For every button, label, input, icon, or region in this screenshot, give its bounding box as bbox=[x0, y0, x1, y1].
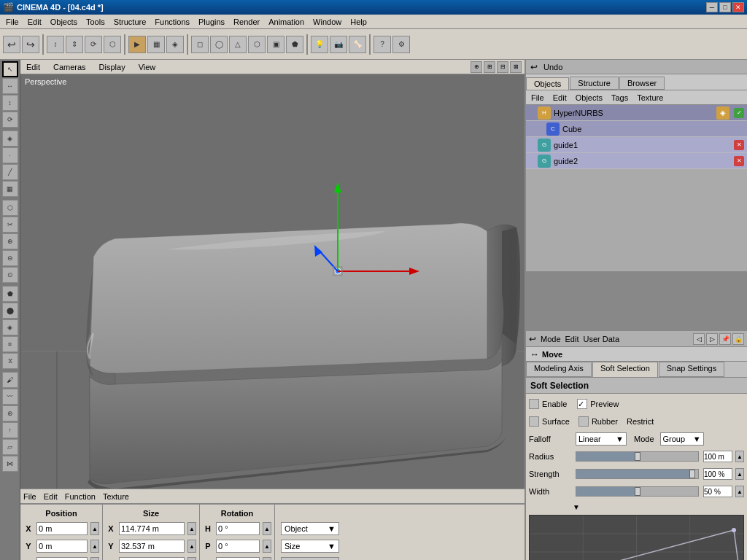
scale-tool[interactable]: ⇕ bbox=[66, 36, 83, 53]
bevel-button[interactable]: ◈ bbox=[2, 319, 18, 335]
hypernurbs-tag[interactable]: ◈ bbox=[716, 106, 729, 120]
light-tool[interactable]: 💡 bbox=[311, 36, 328, 53]
plane-tool[interactable]: ▣ bbox=[267, 36, 285, 53]
minimize-button[interactable]: ─ bbox=[706, 2, 718, 12]
list-item-hypernurbs[interactable]: H HyperNURBS ◈ ✓ bbox=[526, 105, 747, 121]
apply-button[interactable]: Apply bbox=[281, 557, 339, 560]
menu-animation[interactable]: Animation bbox=[264, 16, 309, 28]
rot-p-input[interactable] bbox=[216, 540, 260, 553]
list-item-guide1[interactable]: G guide1 ✕ bbox=[526, 137, 747, 153]
size-x-input[interactable] bbox=[119, 522, 185, 535]
viewport-view-menu[interactable]: View bbox=[136, 62, 159, 72]
size-z-spin[interactable]: ▲ bbox=[187, 557, 196, 560]
move-tool[interactable]: ↕ bbox=[47, 36, 64, 53]
mirror-button[interactable]: ⊖ bbox=[2, 250, 18, 266]
attr-pin-button[interactable]: 📌 bbox=[719, 333, 731, 345]
strength-spin[interactable]: ▲ bbox=[735, 468, 744, 480]
pos-z-spin[interactable]: ▲ bbox=[90, 557, 99, 560]
bottom-edit-menu[interactable]: Edit bbox=[44, 492, 58, 501]
tab-objects[interactable]: Objects bbox=[526, 77, 569, 90]
size-y-spin[interactable]: ▲ bbox=[187, 540, 196, 553]
tab-modeling-axis[interactable]: Modeling Axis bbox=[526, 362, 592, 377]
viewport-icon-1[interactable]: ⊕ bbox=[471, 61, 482, 73]
pos-y-spin[interactable]: ▲ bbox=[90, 540, 99, 553]
edge-mode-button[interactable]: ╱ bbox=[2, 164, 18, 180]
guide2-x[interactable]: ✕ bbox=[734, 156, 744, 166]
attr-lock-button[interactable]: 🔒 bbox=[732, 333, 744, 345]
redo-button[interactable]: ↪ bbox=[22, 36, 39, 53]
viewport-icon-3[interactable]: ⊟ bbox=[497, 61, 508, 73]
pinch-button[interactable]: ⋈ bbox=[2, 456, 18, 472]
knife-button[interactable]: ✂ bbox=[2, 217, 18, 233]
attr-back-button[interactable]: ◁ bbox=[693, 333, 705, 345]
rotate-tool[interactable]: ⟳ bbox=[85, 36, 102, 53]
obj-edit-menu[interactable]: Edit bbox=[551, 93, 569, 103]
hypernurbs-check[interactable]: ✓ bbox=[734, 108, 744, 118]
radius-spin[interactable]: ▲ bbox=[735, 451, 744, 462]
obj-texture-menu[interactable]: Texture bbox=[635, 93, 665, 103]
coord-system-dropdown[interactable]: Object▼ bbox=[281, 522, 339, 535]
guide1-x[interactable]: ✕ bbox=[734, 140, 744, 150]
smooth-button[interactable]: 〰 bbox=[2, 389, 18, 405]
menu-structure[interactable]: Structure bbox=[109, 16, 151, 28]
surface-checkbox[interactable] bbox=[529, 416, 539, 427]
bone-tool[interactable]: 🦴 bbox=[349, 36, 366, 53]
menu-window[interactable]: Window bbox=[309, 16, 346, 28]
menu-edit[interactable]: Edit bbox=[23, 16, 46, 28]
viewport-icon-4[interactable]: ⊠ bbox=[510, 61, 522, 73]
attr-userdata-menu[interactable]: User Data bbox=[584, 335, 620, 343]
strength-slider[interactable] bbox=[576, 469, 699, 479]
viewport-display-menu[interactable]: Display bbox=[96, 62, 128, 72]
sphere-tool[interactable]: ◯ bbox=[210, 36, 228, 53]
cube-tool[interactable]: ◻ bbox=[191, 36, 209, 53]
bottom-file-menu[interactable]: File bbox=[23, 492, 36, 501]
rot-b-input[interactable] bbox=[216, 557, 260, 560]
viewport-icon-2[interactable]: ⊞ bbox=[484, 61, 495, 73]
menu-functions[interactable]: Functions bbox=[150, 16, 194, 28]
list-item-guide2[interactable]: G guide2 ✕ bbox=[526, 153, 747, 169]
list-item-cube[interactable]: C Cube bbox=[526, 121, 747, 137]
obj-tags-menu[interactable]: Tags bbox=[609, 93, 630, 103]
menu-help[interactable]: Help bbox=[346, 16, 371, 28]
render-region[interactable]: ▦ bbox=[147, 36, 165, 53]
attr-edit-menu[interactable]: Edit bbox=[565, 335, 579, 343]
size-y-input[interactable] bbox=[119, 540, 185, 553]
menu-plugins[interactable]: Plugins bbox=[194, 16, 229, 28]
weld-button[interactable]: ⊙ bbox=[2, 267, 18, 283]
render-button[interactable]: ▶ bbox=[128, 36, 146, 53]
nurbs-tool[interactable]: ⬟ bbox=[286, 36, 303, 53]
settings-button[interactable]: ⚙ bbox=[392, 36, 410, 53]
move-mode-button[interactable]: ↔ bbox=[2, 78, 18, 94]
render-view[interactable]: ◈ bbox=[166, 36, 184, 53]
menu-objects[interactable]: Objects bbox=[46, 16, 82, 28]
viewport-cameras-menu[interactable]: Cameras bbox=[50, 62, 89, 72]
maximize-button[interactable]: □ bbox=[719, 2, 731, 12]
tab-structure[interactable]: Structure bbox=[570, 77, 619, 90]
polygon-mode-button[interactable]: ▦ bbox=[2, 181, 18, 197]
rubber-checkbox[interactable] bbox=[578, 416, 589, 427]
pos-z-input[interactable] bbox=[36, 557, 88, 560]
enable-checkbox[interactable] bbox=[529, 399, 539, 409]
extrude-inner-button[interactable]: ⬤ bbox=[2, 303, 18, 319]
scale-mode-button[interactable]: ↕ bbox=[2, 95, 18, 111]
uvw-button[interactable]: ⬡ bbox=[2, 200, 18, 216]
radius-slider[interactable] bbox=[576, 451, 699, 462]
width-slider[interactable] bbox=[576, 486, 699, 497]
help-button[interactable]: ? bbox=[374, 36, 391, 53]
strength-value[interactable] bbox=[703, 468, 732, 480]
torus-tool[interactable]: ⬡ bbox=[248, 36, 266, 53]
rotate-mode-button[interactable]: ⟳ bbox=[2, 112, 18, 128]
viewport-edit-menu[interactable]: Edit bbox=[23, 62, 43, 72]
width-value[interactable] bbox=[703, 486, 732, 497]
falloff-dropdown[interactable]: Linear▼ bbox=[576, 432, 627, 446]
attr-mode-menu[interactable]: Mode bbox=[541, 335, 561, 343]
magnet-button[interactable]: ⊕ bbox=[2, 233, 18, 249]
menu-file[interactable]: File bbox=[1, 16, 23, 28]
rot-h-spin[interactable]: ▲ bbox=[263, 522, 271, 535]
tab-soft-selection[interactable]: Soft Selection bbox=[592, 362, 658, 377]
close-button[interactable]: ✕ bbox=[732, 2, 744, 12]
mode-dropdown[interactable]: Group▼ bbox=[660, 432, 704, 446]
rot-b-spin[interactable]: ▲ bbox=[263, 557, 271, 560]
size-x-spin[interactable]: ▲ bbox=[187, 522, 196, 535]
bridge-button[interactable]: ≡ bbox=[2, 336, 18, 352]
